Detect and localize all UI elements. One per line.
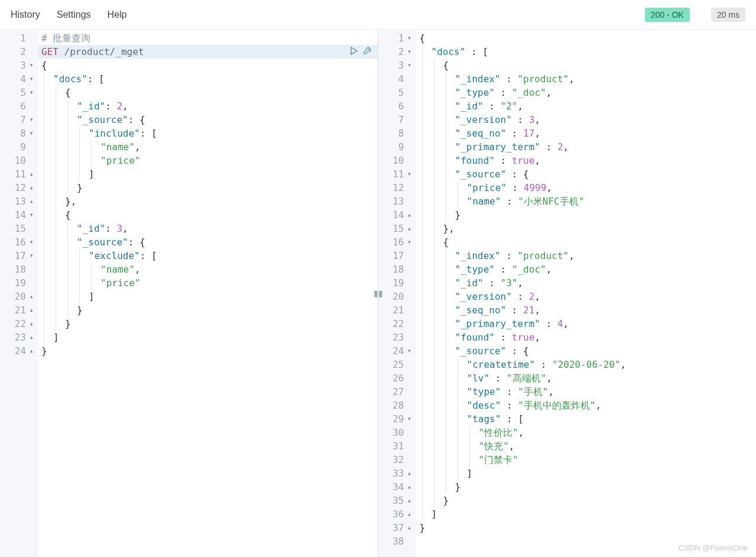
code-line[interactable]: ] xyxy=(38,290,378,303)
code-line: } xyxy=(416,480,757,494)
gutter-row: 23▴ xyxy=(0,331,35,344)
gutter-row: 34▴ xyxy=(378,480,414,494)
gutter-row: 18 xyxy=(378,263,414,276)
fold-toggle[interactable]: ▴ xyxy=(27,181,35,195)
code-line: "_version" : 3, xyxy=(416,113,757,127)
code-line[interactable]: ] xyxy=(38,331,378,344)
code-line[interactable]: "_id": 2, xyxy=(38,99,378,113)
response-pane[interactable]: 1▾2▾3▾4567891011▾121314▴15▴16▾1718192021… xyxy=(378,30,757,557)
menu-settings[interactable]: Settings xyxy=(57,9,91,20)
fold-toggle[interactable]: ▴ xyxy=(405,521,414,535)
code-line: }, xyxy=(416,222,757,235)
fold-toggle[interactable]: ▴ xyxy=(27,195,35,208)
code-line: "found" : true, xyxy=(416,154,757,167)
fold-toggle[interactable]: ▾ xyxy=(405,45,414,59)
splitter-handle[interactable]: ▮▮ xyxy=(374,284,382,302)
code-line[interactable]: "_source": { xyxy=(38,235,378,249)
gutter-row: 10 xyxy=(0,154,35,167)
gutter-row: 15 xyxy=(0,222,35,235)
fold-toggle[interactable]: ▴ xyxy=(405,208,414,222)
fold-toggle[interactable]: ▴ xyxy=(27,303,35,317)
gutter-row: 1 xyxy=(0,31,35,45)
gutter-row: 38 xyxy=(378,535,414,548)
code-line: "_index" : "product", xyxy=(416,72,757,86)
code-line[interactable]: }, xyxy=(38,195,378,208)
menu-help[interactable]: Help xyxy=(108,9,127,20)
wrench-icon[interactable] xyxy=(363,45,372,59)
gutter-row: 13▴ xyxy=(0,195,35,208)
code-line: "lv" : "高端机", xyxy=(416,371,757,385)
code-line: { xyxy=(416,59,757,72)
fold-toggle[interactable]: ▾ xyxy=(27,86,35,99)
code-line[interactable]: { xyxy=(38,208,378,222)
fold-toggle[interactable]: ▴ xyxy=(405,222,414,235)
fold-toggle[interactable]: ▾ xyxy=(27,235,35,249)
code-line[interactable]: "docs": [ xyxy=(38,72,378,86)
fold-toggle[interactable]: ▾ xyxy=(27,127,35,140)
code-line[interactable]: } xyxy=(38,181,378,195)
fold-toggle[interactable]: ▴ xyxy=(405,480,414,494)
fold-toggle[interactable]: ▴ xyxy=(27,331,35,344)
gutter-row: 22▴ xyxy=(0,317,35,331)
gutter-row: 12 xyxy=(378,181,414,195)
fold-toggle[interactable]: ▾ xyxy=(27,59,35,72)
code-line: "name" : "小米NFC手机" xyxy=(416,195,757,208)
code-line: "tags" : [ xyxy=(416,412,757,426)
code-line[interactable]: } xyxy=(38,317,378,331)
fold-toggle[interactable]: ▴ xyxy=(405,507,414,521)
workspace: 123▾4▾5▾67▾8▾91011▴12▴13▴14▾1516▾17▾1819… xyxy=(0,30,756,557)
code-line[interactable]: ] xyxy=(38,167,378,181)
code-line[interactable]: } xyxy=(38,303,378,317)
gutter-row: 19 xyxy=(0,276,35,290)
fold-toggle[interactable]: ▾ xyxy=(27,208,35,222)
fold-toggle[interactable]: ▾ xyxy=(405,31,414,45)
code-line[interactable]: GET /product/_mget xyxy=(38,45,378,59)
fold-toggle[interactable]: ▴ xyxy=(27,317,35,331)
menubar: History Settings Help 200 - OK 20 ms xyxy=(0,0,756,30)
code-line[interactable]: "include": [ xyxy=(38,127,378,140)
run-icon[interactable] xyxy=(350,45,358,59)
fold-toggle[interactable]: ▾ xyxy=(405,344,414,358)
fold-toggle[interactable]: ▾ xyxy=(27,72,35,86)
fold-toggle[interactable]: ▾ xyxy=(405,235,414,249)
code-line[interactable]: "price" xyxy=(38,276,378,290)
gutter-row: 17▾ xyxy=(0,249,35,263)
code-line[interactable]: "name", xyxy=(38,140,378,154)
response-viewer: {"docs" : [{"_index" : "product","_type"… xyxy=(416,30,757,557)
menu-history[interactable]: History xyxy=(11,9,40,20)
fold-toggle[interactable]: ▴ xyxy=(405,467,414,480)
code-line: "_seq_no" : 21, xyxy=(416,303,757,317)
fold-toggle[interactable]: ▾ xyxy=(405,167,414,181)
code-line[interactable]: "price" xyxy=(38,154,378,167)
request-editor[interactable]: # 批量查询GET /product/_mget{"docs": [{"_id"… xyxy=(38,30,378,557)
code-line[interactable]: "name", xyxy=(38,263,378,276)
fold-toggle[interactable]: ▾ xyxy=(27,113,35,127)
fold-toggle[interactable]: ▴ xyxy=(27,167,35,181)
code-line[interactable]: "exclude": [ xyxy=(38,249,378,263)
fold-toggle[interactable]: ▴ xyxy=(27,344,35,358)
fold-toggle[interactable]: ▾ xyxy=(405,412,414,426)
code-line: "_seq_no" : 17, xyxy=(416,127,757,140)
watermark: CSDN @FeenixOne xyxy=(679,543,748,552)
code-line[interactable]: # 批量查询 xyxy=(38,31,378,45)
code-line: "_type" : "_doc", xyxy=(416,86,757,99)
code-line[interactable]: "_id": 3, xyxy=(38,222,378,235)
fold-toggle[interactable]: ▴ xyxy=(27,290,35,303)
code-line: "createtime" : "2020-06-20", xyxy=(416,358,757,371)
gutter-row: 33▴ xyxy=(378,467,414,480)
gutter-row: 7▾ xyxy=(0,113,35,127)
gutter-row: 14▴ xyxy=(378,208,414,222)
code-line[interactable]: } xyxy=(38,344,378,358)
code-line: } xyxy=(416,521,757,535)
response-gutter: 1▾2▾3▾4567891011▾121314▴15▴16▾1718192021… xyxy=(378,30,416,557)
code-line: ] xyxy=(416,467,757,480)
code-line[interactable]: "_source": { xyxy=(38,113,378,127)
request-pane[interactable]: 123▾4▾5▾67▾8▾91011▴12▴13▴14▾1516▾17▾1819… xyxy=(0,30,378,557)
svg-marker-0 xyxy=(351,47,357,54)
code-line: "快充", xyxy=(416,439,757,453)
code-line[interactable]: { xyxy=(38,59,378,72)
fold-toggle[interactable]: ▾ xyxy=(27,249,35,263)
fold-toggle[interactable]: ▴ xyxy=(405,494,414,507)
fold-toggle[interactable]: ▾ xyxy=(405,59,414,72)
code-line[interactable]: { xyxy=(38,86,378,99)
